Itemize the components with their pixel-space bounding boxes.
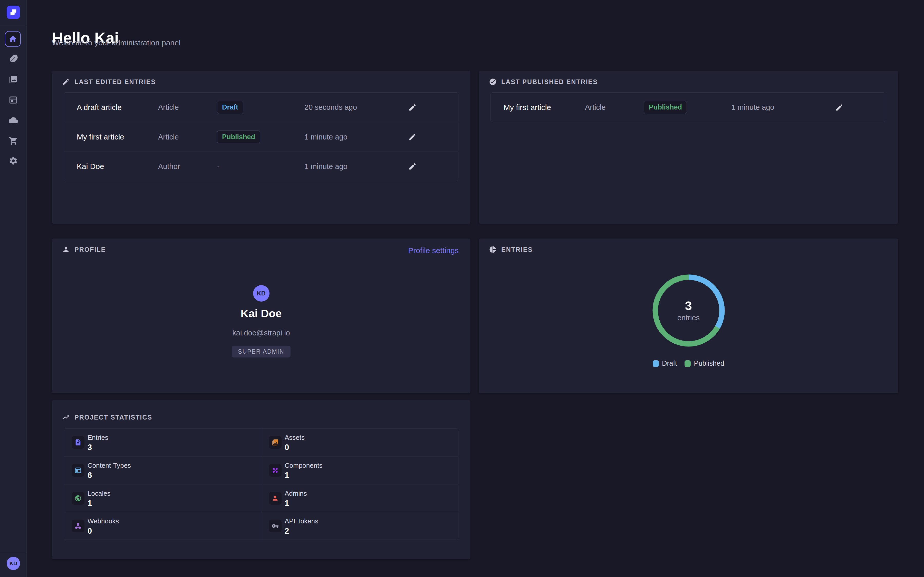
- status-badge: Published: [217, 131, 260, 143]
- entries-icon: [74, 439, 82, 446]
- home-icon: [8, 35, 17, 44]
- panel-header: LAST PUBLISHED ENTRIES: [489, 78, 598, 85]
- panel-header: PROJECT STATISTICS: [62, 413, 152, 421]
- stat-icon-tile: [72, 519, 84, 532]
- panel-title: ENTRIES: [501, 246, 533, 253]
- edit-entry-button[interactable]: [407, 161, 418, 172]
- profile-settings-link[interactable]: Profile settings: [408, 246, 459, 255]
- components-icon: [271, 467, 279, 474]
- webhooks-icon: [74, 522, 82, 530]
- locales-icon: [74, 495, 82, 502]
- role-badge: SUPER ADMIN: [232, 346, 290, 358]
- trending-up-icon: [62, 413, 70, 421]
- draft-swatch: [653, 360, 659, 367]
- stat-locales: Locales 1: [64, 484, 261, 512]
- table-row[interactable]: A draft article Article Draft 20 seconds…: [64, 93, 458, 122]
- stat-value: 0: [284, 443, 289, 452]
- gear-icon: [9, 156, 18, 165]
- panel-title: PROJECT STATISTICS: [74, 414, 152, 421]
- stat-label: Assets: [284, 434, 305, 442]
- strapi-logo[interactable]: [6, 6, 20, 19]
- legend-item-draft: Draft: [653, 359, 677, 367]
- stat-label: Components: [284, 462, 322, 469]
- sidebar-user-avatar[interactable]: KD: [6, 557, 20, 570]
- sidebar-item-media-library[interactable]: [9, 75, 18, 84]
- entry-type: Article: [158, 133, 217, 141]
- pencil-icon: [62, 78, 70, 85]
- donut-center-label: 3 entries: [651, 273, 726, 348]
- stat-icon-tile: [72, 492, 84, 504]
- status-badge: Published: [644, 101, 687, 114]
- panel-header: LAST EDITED ENTRIES: [62, 78, 156, 85]
- entries-panel: ENTRIES 3 entries Draft Published: [479, 239, 898, 393]
- sidebar-item-home[interactable]: [5, 31, 21, 47]
- panel-header: PROFILE: [62, 246, 106, 253]
- stat-admins: Admins 1: [261, 484, 458, 512]
- stat-label: Content-Types: [87, 462, 131, 469]
- entry-type: Article: [585, 103, 644, 111]
- sidebar-divider-top: [0, 26, 26, 26]
- entry-time: 1 minute ago: [304, 162, 407, 171]
- check-circle-icon: [489, 78, 497, 85]
- stat-icon-tile: [269, 436, 281, 449]
- legend-item-published: Published: [685, 359, 724, 367]
- table-row[interactable]: Kai Doe Author - 1 minute ago: [64, 152, 458, 181]
- stat-label: Locales: [87, 490, 111, 498]
- stat-icon-tile: [72, 436, 84, 449]
- page-subtitle: Welcome to your administration panel: [52, 39, 181, 47]
- chart-legend: Draft Published: [479, 359, 898, 367]
- sidebar-item-content-manager[interactable]: [9, 54, 18, 64]
- stat-content-types: Content-Types 6: [64, 456, 261, 484]
- legend-label: Draft: [662, 359, 677, 367]
- feather-pen-icon: [9, 54, 18, 64]
- entry-type: Article: [158, 103, 217, 111]
- last-published-table: My first article Article Published 1 min…: [491, 92, 885, 122]
- stat-value: 1: [87, 499, 92, 508]
- api-tokens-icon: [271, 522, 279, 530]
- assets-icon: [271, 439, 279, 446]
- sidebar-item-marketplace[interactable]: [9, 136, 18, 145]
- pencil-icon: [835, 103, 843, 111]
- stat-icon-tile: [269, 492, 281, 504]
- entry-time: 1 minute ago: [304, 133, 407, 141]
- panel-header: ENTRIES: [489, 246, 533, 253]
- profile-name: Kai Doe: [52, 307, 470, 320]
- entry-type: Author: [158, 162, 217, 171]
- stat-value: 0: [87, 527, 92, 536]
- entry-name: My first article: [77, 132, 158, 141]
- sidebar-item-deploy[interactable]: [9, 116, 18, 125]
- stat-components: Components 1: [261, 456, 458, 484]
- edit-entry-button[interactable]: [407, 102, 418, 113]
- project-statistics-panel: PROJECT STATISTICS Entries 3 Assets: [52, 400, 470, 559]
- edit-entry-button[interactable]: [834, 102, 845, 113]
- panel-title: LAST EDITED ENTRIES: [74, 78, 156, 85]
- stat-api-tokens: API Tokens 2: [261, 512, 458, 540]
- sidebar-item-content-type-builder[interactable]: [9, 95, 18, 105]
- sidebar-item-settings[interactable]: [9, 156, 18, 165]
- stat-icon-tile: [269, 464, 281, 477]
- stat-label: API Tokens: [284, 517, 318, 525]
- last-edited-table: A draft article Article Draft 20 seconds…: [64, 92, 459, 181]
- profile-panel: PROFILE Profile settings KD Kai Doe kai.…: [52, 239, 470, 393]
- profile-avatar: KD: [253, 285, 270, 301]
- sidebar: KD: [0, 0, 27, 577]
- edit-entry-button[interactable]: [407, 132, 418, 142]
- cloud-icon: [9, 116, 18, 125]
- table-row[interactable]: My first article Article Published 1 min…: [491, 93, 885, 122]
- stat-icon-tile: [72, 464, 84, 477]
- admins-icon: [271, 495, 279, 502]
- last-edited-entries-panel: LAST EDITED ENTRIES A draft article Arti…: [52, 71, 470, 224]
- table-row[interactable]: My first article Article Published 1 min…: [64, 122, 458, 152]
- profile-email: kai.doe@strapi.io: [52, 329, 470, 337]
- stat-icon-tile: [269, 519, 281, 532]
- entry-time: 1 minute ago: [731, 103, 834, 111]
- stat-webhooks: Webhooks 0: [64, 512, 261, 540]
- stat-value: 1: [284, 499, 289, 508]
- panel-title: PROFILE: [74, 246, 106, 253]
- stat-value: 3: [87, 443, 92, 452]
- content-types-icon: [74, 467, 82, 474]
- last-published-entries-panel: LAST PUBLISHED ENTRIES My first article …: [479, 71, 898, 224]
- stat-value: 6: [87, 471, 92, 480]
- stat-label: Webhooks: [87, 517, 119, 525]
- strapi-bolt-icon: [10, 8, 17, 16]
